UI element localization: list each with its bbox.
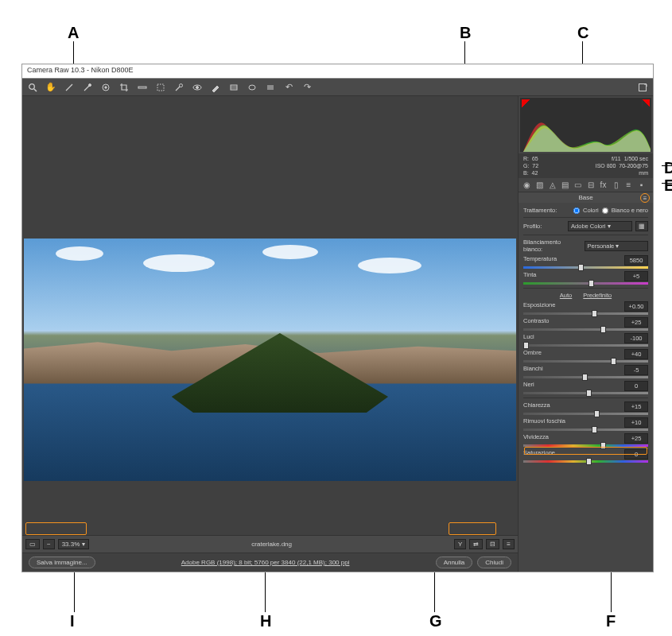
tab-basic[interactable]: ◉ <box>522 180 532 189</box>
exposure-value[interactable]: +0.50 <box>624 301 648 312</box>
done-button[interactable]: Chiudi <box>477 556 511 568</box>
clarity-slider[interactable]: Chiarezza+15 <box>523 401 648 415</box>
preview-area[interactable] <box>22 96 518 535</box>
saturation-slider[interactable]: Saturazione0 <box>523 449 648 463</box>
tab-snapshots[interactable]: ▪ <box>636 180 647 189</box>
tab-hsl[interactable]: ▤ <box>560 180 570 189</box>
svg-rect-6 <box>157 84 164 91</box>
auto-link[interactable]: Auto <box>560 292 572 299</box>
tint-value[interactable]: +5 <box>624 271 648 281</box>
rotate-cw-tool[interactable]: ↷ <box>301 82 313 93</box>
red-eye-tool[interactable] <box>192 82 203 93</box>
zoom-out-button[interactable]: − <box>43 539 55 549</box>
tab-calibration[interactable]: ▯ <box>611 180 621 189</box>
white-balance-tool[interactable] <box>64 82 75 93</box>
profile-browser-button[interactable]: ▦ <box>635 221 648 231</box>
blacks-knob[interactable] <box>586 390 592 397</box>
highlights-knob[interactable] <box>523 342 529 349</box>
exposure-track[interactable] <box>523 312 648 315</box>
before-after-button[interactable]: Y <box>454 539 466 549</box>
contrast-track[interactable] <box>523 328 648 331</box>
preferences-tool[interactable] <box>265 82 276 93</box>
graduated-filter-tool[interactable] <box>228 82 239 93</box>
shadows-knob[interactable] <box>611 358 616 365</box>
tab-presets[interactable]: ≡ <box>623 180 634 189</box>
contrast-value[interactable]: +25 <box>624 317 648 328</box>
dehaze-slider[interactable]: Rimuovi foschia+10 <box>523 417 648 431</box>
wb-select[interactable]: Personale ▾ <box>585 241 649 251</box>
clarity-knob[interactable] <box>594 410 600 417</box>
treatment-color-radio[interactable] <box>573 207 580 214</box>
blacks-track[interactable] <box>523 392 648 394</box>
vibrance-slider[interactable]: Vividezza+25 <box>523 433 648 447</box>
dehaze-value[interactable]: +10 <box>624 417 648 428</box>
default-link[interactable]: Predefinito <box>583 292 612 299</box>
shadows-track[interactable] <box>523 360 648 363</box>
saturation-track[interactable] <box>523 460 648 463</box>
fullscreen-button[interactable] <box>637 82 648 93</box>
shadow-clipping-icon[interactable] <box>522 99 530 107</box>
swap-button[interactable]: ⇄ <box>469 539 483 549</box>
histogram[interactable] <box>520 98 651 152</box>
save-image-button[interactable]: Salva immagine... <box>29 556 95 568</box>
blacks-slider[interactable]: Neri0 <box>523 381 648 394</box>
exposure-slider[interactable]: Esposizione+0.50 <box>523 301 648 315</box>
exposure-knob[interactable] <box>592 310 597 317</box>
whites-knob[interactable] <box>582 374 588 381</box>
tint-slider[interactable]: Tinta+5 <box>523 271 648 285</box>
temperature-value[interactable]: 5850 <box>624 255 648 266</box>
crop-tool[interactable] <box>118 82 130 93</box>
whites-slider[interactable]: Bianchi-5 <box>523 365 648 378</box>
treatment-bw-radio[interactable] <box>602 207 608 214</box>
radial-filter-tool[interactable] <box>247 82 258 93</box>
spot-removal-tool[interactable] <box>173 82 185 93</box>
temperature-slider[interactable]: Temperatura5850 <box>523 255 648 269</box>
workflow-options-link[interactable]: Adobe RGB (1998); 8 bit; 5760 per 3840 (… <box>181 559 350 566</box>
zoom-tool[interactable] <box>27 82 38 93</box>
tab-tone-curve[interactable]: ▧ <box>534 180 545 189</box>
blacks-value[interactable]: 0 <box>624 381 648 391</box>
contrast-slider[interactable]: Contrasto+25 <box>523 317 648 331</box>
color-sampler-tool[interactable] <box>82 82 93 93</box>
temperature-knob[interactable] <box>578 264 584 271</box>
profile-select[interactable]: Adobe Colori ▾ <box>568 221 632 231</box>
cancel-button[interactable]: Annulla <box>436 556 473 568</box>
vibrance-knob[interactable] <box>600 442 606 449</box>
shadows-slider[interactable]: Ombre+40 <box>523 349 648 363</box>
copy-settings-button[interactable]: ⊟ <box>486 539 499 549</box>
svg-point-2 <box>89 83 91 86</box>
vibrance-track[interactable] <box>523 444 648 447</box>
vibrance-value[interactable]: +25 <box>624 433 648 444</box>
saturation-value[interactable]: 0 <box>624 449 648 460</box>
clarity-value[interactable]: +15 <box>624 401 648 412</box>
targeted-adjustment-tool[interactable] <box>100 82 111 93</box>
whites-track[interactable] <box>523 376 648 378</box>
transform-tool[interactable] <box>155 82 166 93</box>
tab-lens[interactable]: ⊟ <box>585 180 596 189</box>
filmstrip-toggle[interactable]: ▭ <box>25 539 40 549</box>
view-options-button[interactable]: ≡ <box>503 539 515 549</box>
tab-effects[interactable]: fx <box>598 180 608 189</box>
temperature-track[interactable] <box>523 266 648 269</box>
adjustment-brush-tool[interactable] <box>210 82 221 93</box>
panel-menu-button[interactable]: ≡ <box>640 193 650 203</box>
tab-detail[interactable]: ◬ <box>547 180 557 189</box>
shadows-value[interactable]: +40 <box>624 349 648 359</box>
highlight-clipping-icon[interactable] <box>642 99 650 107</box>
highlights-slider[interactable]: Luci-100 <box>523 333 648 347</box>
highlights-track[interactable] <box>523 344 648 347</box>
hand-tool[interactable]: ✋ <box>45 82 56 93</box>
tab-split-toning[interactable]: ▭ <box>573 180 583 189</box>
zoom-level[interactable]: 33.3% ▾ <box>58 539 90 549</box>
rotate-ccw-tool[interactable]: ↶ <box>283 82 294 93</box>
contrast-knob[interactable] <box>600 326 606 333</box>
highlights-value[interactable]: -100 <box>624 333 648 343</box>
dehaze-track[interactable] <box>523 429 648 431</box>
tint-track[interactable] <box>523 282 648 285</box>
whites-value[interactable]: -5 <box>624 365 648 375</box>
saturation-knob[interactable] <box>586 458 592 465</box>
straighten-tool[interactable] <box>137 82 148 93</box>
clarity-track[interactable] <box>523 413 648 415</box>
dehaze-knob[interactable] <box>592 426 597 433</box>
tint-knob[interactable] <box>588 280 594 287</box>
